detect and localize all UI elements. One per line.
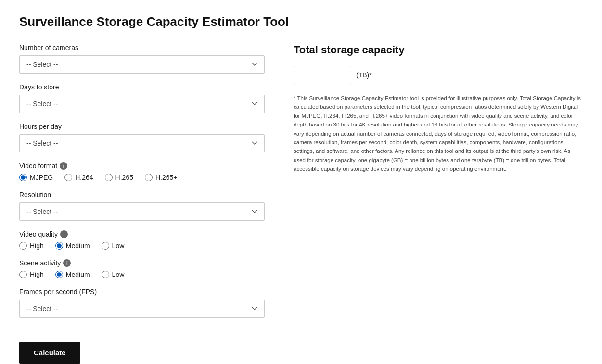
main-layout: Number of cameras -- Select -- 1 2 4 8 1…: [19, 44, 583, 364]
video-quality-info-icon[interactable]: i: [60, 230, 68, 238]
video-quality-medium-option[interactable]: Medium: [55, 242, 90, 250]
hours-field-group: Hours per day -- Select -- 4 8 12 16 20 …: [19, 123, 265, 152]
resolution-select[interactable]: -- Select -- 720p 1080p 4K 8MP 12MP: [19, 202, 265, 221]
storage-capacity-title: Total storage capacity: [294, 44, 583, 56]
scene-activity-label: Scene activity i: [19, 259, 265, 267]
hours-label: Hours per day: [19, 123, 265, 130]
fps-label: Frames per second (FPS): [19, 288, 265, 296]
video-format-h265-option[interactable]: H.265: [105, 174, 133, 181]
video-format-h265plus-radio[interactable]: [145, 174, 153, 181]
calculate-button[interactable]: Calculate: [19, 342, 80, 364]
fps-select[interactable]: -- Select -- 1 5 10 15 20 25 30: [19, 300, 265, 318]
video-quality-label: Video quality i: [19, 230, 265, 238]
resolution-field-group: Resolution -- Select -- 720p 1080p 4K 8M…: [19, 191, 265, 221]
days-select[interactable]: -- Select -- 7 14 30 60 90 180 365: [19, 95, 265, 113]
hours-select[interactable]: -- Select -- 4 8 12 16 20 24: [19, 134, 265, 152]
video-format-h264-label: H.264: [75, 174, 93, 181]
video-format-mjpeg-radio[interactable]: [19, 174, 27, 181]
disclaimer-text: * This Surveillance Storage Capacity Est…: [294, 94, 583, 174]
video-quality-medium-radio[interactable]: [55, 242, 63, 250]
video-format-h265plus-label: H.265+: [155, 174, 178, 181]
video-quality-high-option[interactable]: High: [19, 242, 44, 250]
video-quality-high-radio[interactable]: [19, 242, 27, 250]
video-format-h265-label: H.265: [115, 174, 133, 181]
storage-result-row: (TB)*: [294, 66, 583, 84]
video-quality-low-label: Low: [112, 242, 125, 250]
scene-activity-info-icon[interactable]: i: [63, 259, 71, 267]
video-format-radio-group: MJPEG H.264 H.265 H.265+: [19, 174, 265, 181]
days-field-group: Days to store -- Select -- 7 14 30 60 90…: [19, 83, 265, 113]
page-title: Surveillance Storage Capacity Estimator …: [19, 14, 583, 29]
scene-activity-high-label: High: [30, 271, 44, 278]
left-panel: Number of cameras -- Select -- 1 2 4 8 1…: [19, 44, 265, 364]
video-format-label: Video format i: [19, 162, 265, 170]
video-format-h264-option[interactable]: H.264: [64, 174, 93, 181]
video-quality-low-option[interactable]: Low: [102, 242, 125, 250]
video-quality-low-radio[interactable]: [102, 242, 109, 250]
storage-result-input: [294, 66, 351, 84]
scene-activity-medium-option[interactable]: Medium: [55, 271, 90, 278]
fps-field-group: Frames per second (FPS) -- Select -- 1 5…: [19, 288, 265, 318]
cameras-field-group: Number of cameras -- Select -- 1 2 4 8 1…: [19, 44, 265, 74]
video-quality-field-group: Video quality i High Medium Low: [19, 230, 265, 250]
scene-activity-low-radio[interactable]: [102, 271, 109, 278]
cameras-select[interactable]: -- Select -- 1 2 4 8 16 32 64: [19, 55, 265, 74]
days-label: Days to store: [19, 83, 265, 91]
video-quality-high-label: High: [30, 242, 44, 250]
video-format-field-group: Video format i MJPEG H.264 H.265: [19, 162, 265, 181]
scene-activity-low-label: Low: [112, 271, 125, 278]
video-format-mjpeg-option[interactable]: MJPEG: [19, 174, 53, 181]
cameras-label: Number of cameras: [19, 44, 265, 51]
video-format-mjpeg-label: MJPEG: [30, 174, 53, 181]
scene-activity-medium-radio[interactable]: [55, 271, 63, 278]
scene-activity-high-option[interactable]: High: [19, 271, 44, 278]
scene-activity-field-group: Scene activity i High Medium Low: [19, 259, 265, 278]
scene-activity-high-radio[interactable]: [19, 271, 27, 278]
scene-activity-medium-label: Medium: [66, 271, 90, 278]
scene-activity-radio-group: High Medium Low: [19, 271, 265, 278]
storage-unit-label: (TB)*: [356, 71, 372, 79]
scene-activity-low-option[interactable]: Low: [102, 271, 125, 278]
resolution-label: Resolution: [19, 191, 265, 199]
video-format-info-icon[interactable]: i: [60, 162, 67, 170]
video-format-h265plus-option[interactable]: H.265+: [145, 174, 178, 181]
video-format-h265-radio[interactable]: [105, 174, 113, 181]
video-quality-radio-group: High Medium Low: [19, 242, 265, 250]
right-panel: Total storage capacity (TB)* * This Surv…: [294, 44, 583, 174]
video-format-h264-radio[interactable]: [64, 174, 72, 181]
video-quality-medium-label: Medium: [66, 242, 90, 250]
